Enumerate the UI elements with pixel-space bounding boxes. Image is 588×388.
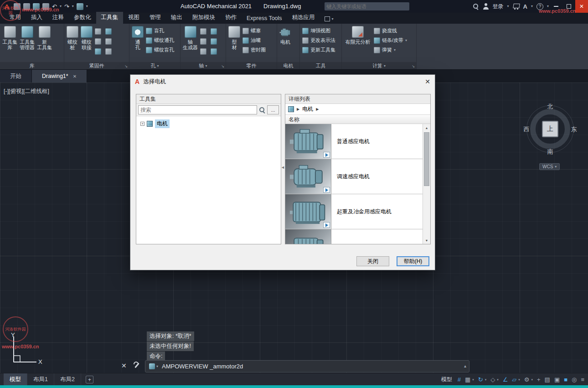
- help-menu-icon[interactable]: ▾: [547, 5, 549, 8]
- tab-toolsets[interactable]: 工具集: [96, 12, 124, 24]
- command-icon[interactable]: [149, 363, 155, 369]
- through-hole-button[interactable]: 通 孔: [132, 25, 144, 61]
- model-space-indicator[interactable]: 模型: [441, 376, 452, 383]
- command-customize-wrench-icon[interactable]: [133, 362, 140, 369]
- clean-screen-icon[interactable]: ◎: [572, 377, 577, 383]
- chevron-down-icon[interactable]: ▾: [472, 378, 474, 382]
- user-icon[interactable]: [483, 3, 489, 10]
- screw-plug-button[interactable]: 螺塞: [242, 27, 266, 34]
- enhanced-view-button[interactable]: 增强视图: [302, 27, 335, 34]
- panel-label-calculation[interactable]: 计算 ▾ ↘: [342, 62, 416, 69]
- scrollbar[interactable]: ▲ ▼: [423, 124, 430, 244]
- navcube-west[interactable]: 西: [522, 125, 531, 134]
- tab-featured-apps[interactable]: 精选应用: [287, 12, 320, 24]
- shaft-tool-icon[interactable]: [211, 48, 217, 55]
- toolset-manager-button[interactable]: 工具集 管理器: [20, 25, 35, 61]
- threaded-blind-hole-button[interactable]: 螺纹盲孔: [146, 47, 174, 53]
- qat-customize-icon[interactable]: ▾: [86, 5, 88, 8]
- shaft-tool-icon[interactable]: [211, 28, 217, 35]
- shaft-tool-icon[interactable]: [200, 48, 206, 55]
- panel-launcher-icon[interactable]: ↘: [221, 64, 224, 68]
- command-input[interactable]: [162, 363, 459, 370]
- close-button[interactable]: ✕: [575, 0, 588, 13]
- isodraft-icon[interactable]: ◇: [490, 377, 495, 383]
- navcube-east[interactable]: 东: [570, 125, 578, 134]
- panel-label-shaft[interactable]: 轴 ▾ ↘: [181, 62, 226, 69]
- chevron-down-icon[interactable]: ▾: [497, 378, 499, 382]
- blind-hole-button[interactable]: 盲孔: [146, 27, 174, 34]
- tab-express-tools[interactable]: Express Tools: [242, 13, 287, 24]
- splitter-collapse-icon[interactable]: ◄: [281, 165, 285, 170]
- chevron-down-icon[interactable]: ▾: [531, 378, 533, 382]
- tab-view[interactable]: 视图: [123, 12, 144, 24]
- workspace-icon[interactable]: [77, 3, 83, 10]
- tab-output[interactable]: 输出: [166, 12, 187, 24]
- expand-icon[interactable]: +: [140, 122, 144, 126]
- layers-icon[interactable]: ▤: [545, 377, 550, 383]
- new-drawing-icon[interactable]: [14, 3, 21, 10]
- fea-button[interactable]: 有限元分析: [344, 25, 371, 61]
- update-toolset-button[interactable]: 更新工具集: [302, 47, 335, 53]
- navcube-top-face[interactable]: 上: [542, 121, 558, 137]
- osnap-icon[interactable]: ∠: [503, 377, 508, 383]
- chevron-down-icon[interactable]: ▾: [518, 378, 520, 382]
- panel-label-parts[interactable]: 零件: [226, 62, 277, 69]
- navcube-south[interactable]: 南: [546, 148, 554, 156]
- snap-icon[interactable]: ▦: [465, 377, 470, 383]
- tree-item-motor[interactable]: + 电机: [140, 119, 281, 128]
- close-tab-icon[interactable]: ✕: [73, 74, 77, 79]
- breadcrumb-item[interactable]: 电机: [302, 105, 313, 113]
- scroll-up-icon[interactable]: ▲: [423, 124, 430, 131]
- maximize-button[interactable]: [562, 0, 575, 13]
- panel-label-motor[interactable]: 电机: [277, 62, 299, 69]
- new-layout-button[interactable]: +: [86, 376, 93, 383]
- file-tab-drawing1[interactable]: Drawing1* ✕: [32, 70, 87, 83]
- fastener-icon[interactable]: [95, 38, 101, 45]
- fastener-icon[interactable]: [105, 48, 112, 55]
- tab-manage[interactable]: 管理: [144, 12, 166, 24]
- caret-right-icon[interactable]: ▶: [316, 107, 319, 111]
- hardware-acceleration-icon[interactable]: ■: [564, 377, 567, 383]
- panel-label-holes[interactable]: 孔 ▾: [129, 62, 180, 69]
- scroll-down-icon[interactable]: ▼: [423, 237, 430, 244]
- new-toolset-button[interactable]: 新 工具集: [37, 25, 52, 61]
- spring-button[interactable]: 弹簧 ▾: [374, 47, 407, 53]
- tab-addins[interactable]: 附加模块: [187, 12, 220, 24]
- list-item-motor[interactable]: 调速感应电机: [285, 159, 423, 194]
- help-icon[interactable]: ?: [536, 3, 543, 10]
- tab-home[interactable]: 常用: [5, 12, 26, 24]
- account-menu-icon[interactable]: ▾: [507, 5, 509, 8]
- command-close-icon[interactable]: ✕: [121, 362, 127, 369]
- recent-commands-icon[interactable]: ▴: [464, 363, 466, 368]
- command-line[interactable]: ▾ ▴: [145, 360, 469, 372]
- navcube-north[interactable]: 北: [546, 103, 554, 111]
- grease-nipple-button[interactable]: 油嘴: [242, 37, 266, 44]
- dialog-title-bar[interactable]: A 选择电机 ✕: [130, 75, 435, 88]
- list-item-motor[interactable]: [285, 229, 423, 244]
- print-icon[interactable]: [42, 3, 49, 10]
- dialog-close-button[interactable]: ✕: [425, 78, 430, 85]
- fastener-icon[interactable]: [95, 28, 101, 35]
- autodesk-app-icon[interactable]: A: [523, 3, 527, 10]
- ribbon-options-button[interactable]: ▾: [320, 15, 338, 24]
- shaft-tool-icon[interactable]: [200, 38, 206, 45]
- tab-collaborate[interactable]: 协作: [220, 12, 242, 24]
- annotation-scale-icon[interactable]: ▱: [512, 377, 516, 383]
- isolate-objects-icon[interactable]: ▣: [554, 377, 560, 383]
- cart-icon[interactable]: [513, 3, 520, 10]
- fastener-icon[interactable]: [105, 28, 112, 35]
- shaft-generator-button[interactable]: 轴 生成器: [183, 25, 198, 61]
- open-icon[interactable]: [23, 3, 30, 10]
- app-menu-icon[interactable]: ▾: [531, 5, 533, 8]
- search-icon[interactable]: [473, 3, 479, 10]
- customization-menu-icon[interactable]: ≡: [581, 377, 584, 383]
- change-representation-button[interactable]: 更改表示法: [302, 37, 335, 44]
- fastener-icon[interactable]: [95, 48, 101, 55]
- shaft-tool-icon[interactable]: [200, 28, 206, 35]
- tab-insert[interactable]: 插入: [26, 12, 47, 24]
- undo-icon[interactable]: ↶: [52, 4, 57, 10]
- redo-icon[interactable]: ↷: [64, 4, 69, 10]
- more-options-button[interactable]: ...: [267, 105, 279, 114]
- tab-annotate[interactable]: 注释: [47, 12, 69, 24]
- wcs-menu[interactable]: WCS ▾: [539, 163, 560, 170]
